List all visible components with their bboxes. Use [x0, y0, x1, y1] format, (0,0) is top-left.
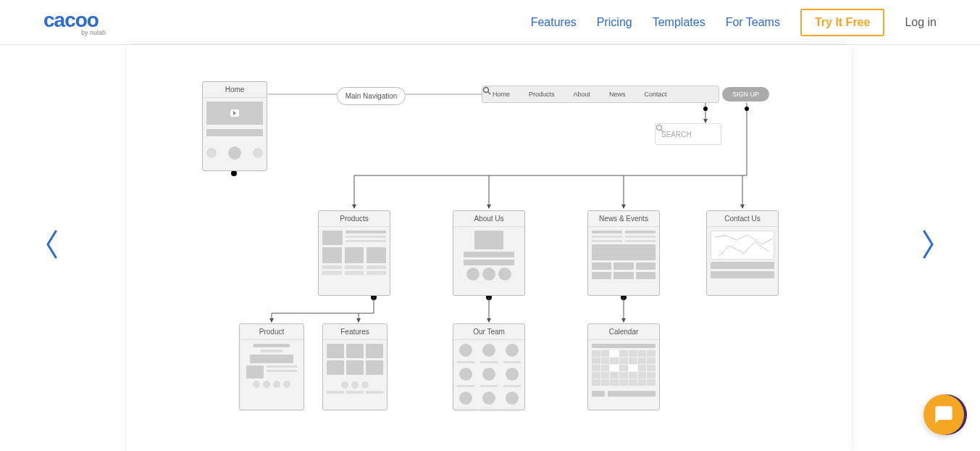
navbar-item: News: [609, 91, 626, 98]
wireframe-product: Product: [239, 323, 304, 410]
nav-pricing[interactable]: Pricing: [597, 16, 632, 29]
card-title: Product: [240, 324, 303, 340]
carousel-next-button[interactable]: [921, 230, 935, 266]
nav-templates[interactable]: Templates: [653, 16, 705, 29]
wireframe-search-box: SEARCH: [655, 123, 721, 145]
wireframe-features: Features: [322, 323, 388, 410]
chat-icon: [934, 405, 954, 425]
wireframe-contact-us: Contact Us: [706, 210, 779, 296]
card-title: Calendar: [588, 324, 659, 340]
card-title: Products: [319, 211, 390, 227]
logo-subtitle: by nulab: [81, 29, 106, 36]
wireframe-calendar: Calendar: [587, 323, 660, 410]
chevron-right-icon: [921, 230, 935, 259]
chat-widget-button[interactable]: [924, 394, 964, 435]
svg-line-22: [488, 92, 490, 94]
logo[interactable]: cacoo by nulab: [43, 9, 106, 36]
login-link[interactable]: Log in: [905, 16, 937, 29]
card-title: Home: [203, 82, 267, 98]
svg-point-3: [703, 107, 708, 111]
wireframe-about-us: About Us: [453, 210, 525, 296]
svg-line-24: [661, 130, 663, 132]
page-header: cacoo by nulab Features Pricing Template…: [0, 0, 980, 45]
wireframe-main-nav-pill: Main Navigation: [337, 87, 406, 105]
carousel-stage: Home Main Nav: [0, 45, 980, 451]
card-title: News & Events: [588, 211, 659, 227]
search-icon: [656, 124, 664, 133]
wireframe-home: Home: [202, 81, 267, 171]
nav-for-teams[interactable]: For Teams: [726, 16, 780, 29]
card-title: Contact Us: [707, 211, 778, 227]
navbar-item: Products: [529, 91, 555, 98]
wireframe-news-events: News & Events: [587, 210, 660, 296]
svg-point-23: [657, 125, 662, 131]
carousel-prev-button[interactable]: [45, 230, 59, 266]
wireframe-our-team: Our Team: [453, 323, 525, 410]
chevron-left-icon: [45, 230, 59, 259]
navbar-item: About: [574, 91, 591, 98]
main-nav: Features Pricing Templates For Teams Try…: [531, 9, 937, 36]
wireframe-navbar: Home Products About News Contact: [482, 86, 719, 103]
template-preview: Home Main Nav: [127, 45, 851, 451]
svg-point-7: [231, 170, 237, 176]
svg-point-5: [745, 107, 749, 111]
card-title: About Us: [453, 211, 524, 227]
card-title: Our Team: [453, 324, 524, 340]
wireframe-products: Products: [318, 210, 390, 296]
navbar-item: Contact: [645, 91, 667, 98]
svg-point-21: [484, 88, 489, 93]
card-title: Features: [323, 324, 387, 340]
try-free-button[interactable]: Try It Free: [800, 9, 884, 36]
nav-features[interactable]: Features: [531, 16, 577, 29]
navbar-item: Home: [493, 91, 510, 98]
search-placeholder: SEARCH: [661, 131, 692, 138]
wireframe-signup-button: SIGN UP: [722, 87, 769, 102]
